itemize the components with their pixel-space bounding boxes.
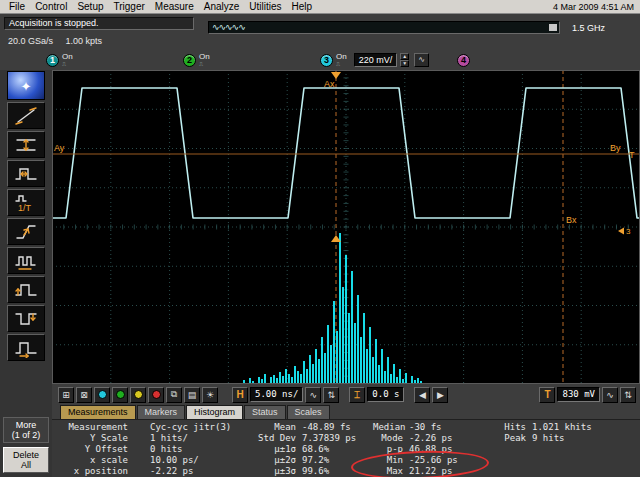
- delay-cursor-icon[interactable]: ⌶: [349, 387, 365, 403]
- channels-row: 1On⎍2On⎍3On⎍220 mV/▲▼∿4: [0, 50, 640, 70]
- tab-measurements[interactable]: Measurements: [60, 405, 136, 419]
- channel-3-wave-icon[interactable]: ∿: [414, 53, 429, 67]
- spin-down-icon[interactable]: ▼: [400, 60, 409, 67]
- tab-markers[interactable]: Markers: [137, 405, 186, 419]
- stat-label: Hits: [496, 422, 526, 433]
- result-stat: Hits1.021 khits: [496, 422, 619, 433]
- result-stat: μ±2σ97.2%: [250, 455, 373, 466]
- timebase-readout[interactable]: 5.00 ns/: [250, 387, 303, 402]
- scope-graticule[interactable]: AyByTAxBx3: [52, 70, 640, 384]
- stat-label: Mean: [250, 422, 296, 433]
- stat-label: Max: [373, 466, 403, 477]
- results-panel: MeasurementCyc-cyc jitr(3)Mean-48.89 fsM…: [52, 419, 640, 477]
- nav-left-button[interactable]: ◀: [414, 387, 430, 403]
- scope-display[interactable]: AyByTAxBx3: [52, 70, 640, 384]
- result-value: 0 hits: [128, 444, 250, 455]
- timebase-wave-icon[interactable]: ∿: [305, 387, 321, 403]
- positive-width-icon[interactable]: [7, 276, 45, 303]
- brightness-button[interactable]: ☀: [202, 387, 218, 403]
- stat-value: -48.89 fs: [302, 422, 351, 432]
- stat-label: Mode: [373, 433, 403, 444]
- tab-status[interactable]: Status: [244, 405, 286, 419]
- stat-label: Median: [373, 422, 403, 433]
- stat-value: -25.66 ps: [409, 455, 458, 465]
- result-value: 1 hits/: [128, 433, 250, 444]
- pulse-width-icon[interactable]: [7, 160, 45, 187]
- marker-cyan-button[interactable]: [94, 387, 110, 403]
- menu-item-setup[interactable]: Setup: [72, 1, 108, 12]
- timebase-spin-icon[interactable]: ⇅: [323, 387, 339, 403]
- channel-3-group: 3On⎍220 mV/▲▼∿: [320, 53, 457, 67]
- stat-value: 46.88 ps: [409, 444, 452, 454]
- marker-green-button[interactable]: [112, 387, 128, 403]
- trigger-spin-icon[interactable]: ⇅: [620, 387, 636, 403]
- menu-item-utilities[interactable]: Utilities: [244, 1, 286, 12]
- memory-bar-thumb[interactable]: [549, 24, 557, 31]
- edge-markers-icon[interactable]: [7, 102, 45, 129]
- period-icon[interactable]: [7, 247, 45, 274]
- memory-position-bar[interactable]: ∿∿∿∿∿: [208, 21, 560, 34]
- result-stat: Max21.22 ps: [373, 466, 496, 477]
- channel-4-button[interactable]: 4: [457, 54, 470, 67]
- menu-item-control[interactable]: Control: [30, 1, 72, 12]
- marker-ax-label: Ax: [324, 79, 335, 89]
- channel-3-scale-readout[interactable]: 220 mV/: [354, 53, 398, 67]
- channel-1-coupling-icon: ⎍: [62, 61, 73, 67]
- result-stat: Median-30 fs: [373, 422, 496, 433]
- app-launcher-icon[interactable]: ✦: [7, 71, 45, 100]
- frequency-icon[interactable]: 1/T: [7, 189, 45, 216]
- channel-1-state: On: [62, 53, 73, 61]
- more-button[interactable]: More (1 of 2): [3, 417, 49, 443]
- nav-right-button[interactable]: ▶: [432, 387, 448, 403]
- menu-item-measure[interactable]: Measure: [150, 1, 199, 12]
- vertical-markers-icon[interactable]: [7, 131, 45, 158]
- stat-value: 9 hits: [532, 433, 565, 443]
- horizontal-scale-button[interactable]: H: [232, 387, 248, 403]
- channel-2-button[interactable]: 2: [183, 54, 196, 67]
- sample-rate: 20.0 GSa/s: [8, 36, 53, 46]
- menu-item-analyze[interactable]: Analyze: [199, 1, 245, 12]
- screen-capture-button[interactable]: ⧉: [166, 387, 182, 403]
- zoom-waveform-button[interactable]: ⊞: [58, 387, 74, 403]
- channel-2-labels: On⎍: [199, 53, 210, 67]
- channel-3-labels: On⎍: [336, 53, 347, 67]
- channel-1-button[interactable]: 1: [46, 54, 59, 67]
- trigger-wave-icon[interactable]: ∿: [602, 387, 618, 403]
- stat-value: 21.22 ps: [409, 466, 452, 476]
- delay-readout[interactable]: 0.0 s: [367, 387, 404, 402]
- pan-waveform-button[interactable]: ⊠: [76, 387, 92, 403]
- menu-item-help[interactable]: Help: [287, 1, 318, 12]
- marker-yellow-icon: [134, 390, 143, 399]
- menu-item-trigger[interactable]: Trigger: [109, 1, 150, 12]
- result-value: -2.22 ps: [128, 466, 250, 477]
- stat-value: 7.37839 ps: [302, 433, 356, 443]
- duty-cycle-icon[interactable]: [7, 334, 45, 361]
- display-mode-button[interactable]: ▤: [184, 387, 200, 403]
- measurement-sidebar: ✦1/T More (1 of 2) Delete All: [0, 70, 52, 477]
- result-stat: μ±3σ99.6%: [250, 466, 373, 477]
- negative-width-icon[interactable]: [7, 305, 45, 332]
- tab-histogram[interactable]: Histogram: [186, 405, 243, 419]
- trigger-level-readout[interactable]: 830 mV: [557, 387, 600, 402]
- result-stat: Peak9 hits: [496, 433, 619, 444]
- tab-scales[interactable]: Scales: [287, 405, 330, 419]
- delete-all-button[interactable]: Delete All: [3, 447, 49, 473]
- spin-up-icon[interactable]: ▲: [400, 53, 409, 60]
- rise-time-icon[interactable]: [7, 218, 45, 245]
- stat-label: Std Dev: [250, 433, 296, 444]
- marker-by-label: By: [610, 143, 621, 153]
- menu-bar: FileControlSetupTriggerMeasureAnalyzeUti…: [0, 0, 640, 14]
- svg-text:1/T: 1/T: [18, 203, 32, 213]
- channel-1-group: 1On⎍: [46, 53, 183, 67]
- trigger-level-button[interactable]: T: [539, 387, 555, 403]
- marker-yellow-button[interactable]: [130, 387, 146, 403]
- toolbar-icon-buttons: ⊞⊠⧉▤☀: [58, 387, 218, 403]
- menu-item-file[interactable]: File: [4, 1, 30, 12]
- marker-ax-top-icon: [331, 72, 341, 79]
- results-row: Y Offset0 hitsμ±1σ68.6%p-p46.88 ps: [52, 444, 640, 455]
- marker-red-button[interactable]: [148, 387, 164, 403]
- status-area: Acquisition is stopped. 20.0 GSa/s 1.00 …: [0, 14, 640, 50]
- stat-label: μ±3σ: [250, 466, 296, 477]
- channel-3-button[interactable]: 3: [320, 54, 333, 67]
- memory-depth: 1.00 kpts: [66, 36, 103, 46]
